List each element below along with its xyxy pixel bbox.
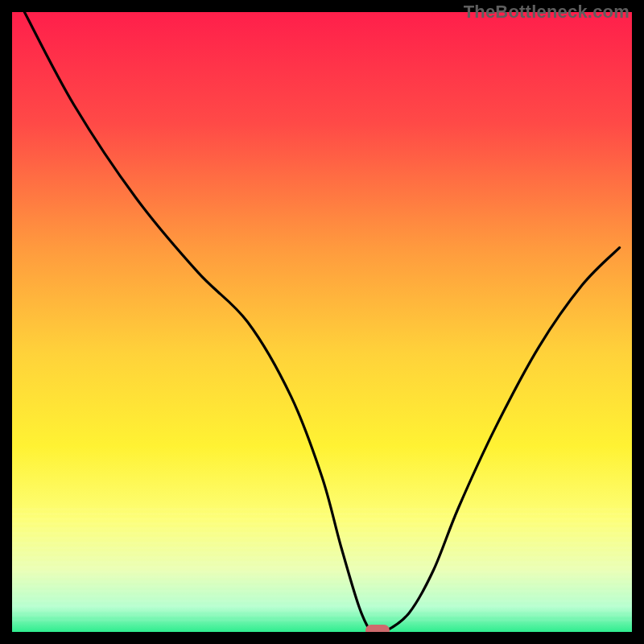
bottleneck-curve: [24, 12, 619, 632]
chart-frame: TheBottleneck.com: [0, 0, 644, 644]
curve-layer: [12, 12, 632, 632]
plot-area: [12, 12, 632, 632]
watermark-text: TheBottleneck.com: [464, 2, 630, 23]
optimal-marker: [365, 625, 390, 632]
